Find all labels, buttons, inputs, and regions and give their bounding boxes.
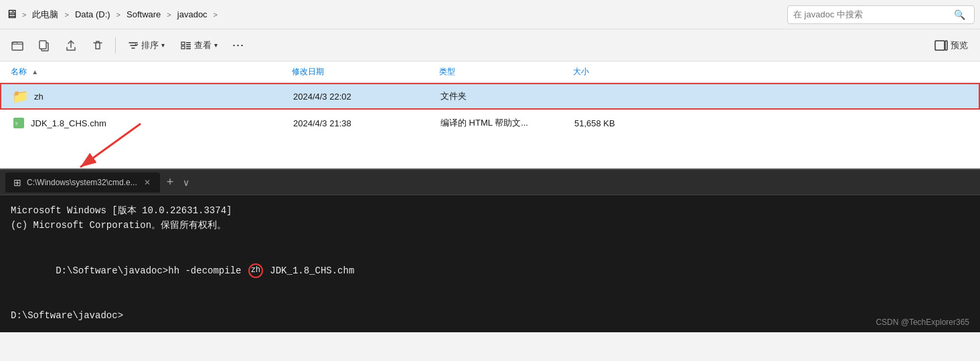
breadcrumb-javadoc[interactable]: javadoc [173, 7, 212, 21]
csdn-watermark: CSDN @TechExplorer365 [876, 318, 969, 327]
view-button[interactable]: 查看 ▾ [174, 36, 224, 55]
sort-arrow-icon: ▲ [31, 68, 38, 76]
file-type-zh: 文件夹 [440, 90, 574, 102]
terminal-tab-label: C:\Windows\system32\cmd.e... [27, 178, 137, 187]
col-header-name[interactable]: 名称 ▲ [11, 66, 292, 78]
col-header-date[interactable]: 修改日期 [292, 66, 439, 78]
toolbar: 排序 ▾ 查看 ▾ ··· 预览 [0, 29, 980, 62]
breadcrumb-software[interactable]: Software [122, 7, 165, 21]
svg-text:?: ? [15, 121, 18, 127]
file-name-text: JDK_1.8_CHS.chm [31, 118, 106, 128]
table-row[interactable]: ? JDK_1.8_CHS.chm 2024/4/3 21:38 编译的 HTM… [0, 110, 980, 136]
svg-rect-10 [945, 41, 947, 50]
svg-rect-5 [186, 44, 191, 45]
terminal-line-blank2 [11, 293, 969, 308]
svg-rect-7 [186, 46, 191, 47]
sort-button[interactable]: 排序 ▾ [121, 36, 171, 55]
preview-label: 预览 [951, 39, 968, 51]
col-header-type[interactable]: 类型 [439, 66, 573, 78]
add-tab-button[interactable]: + [161, 175, 179, 189]
breadcrumb-separator-4: > [213, 11, 218, 19]
folder-icon: 📁 [12, 88, 29, 104]
cmd-icon: ⊞ [13, 177, 21, 188]
sort-chevron-icon: ▾ [161, 41, 165, 49]
search-icon[interactable]: 🔍 [954, 9, 965, 20]
file-date-zh: 2024/4/3 22:02 [293, 92, 440, 102]
breadcrumb-separator-1: > [64, 11, 69, 19]
file-name-chm: ? JDK_1.8_CHS.chm [12, 116, 293, 130]
breadcrumb-separator-2: > [116, 11, 121, 19]
svg-rect-2 [39, 41, 46, 49]
file-type-chm: 编译的 HTML 帮助文... [440, 117, 574, 129]
file-date-chm: 2024/4/3 21:38 [293, 118, 440, 128]
terminal-dropdown-button[interactable]: ∨ [180, 177, 192, 188]
close-tab-button[interactable]: ✕ [143, 178, 152, 187]
terminal-line-1: Microsoft Windows [版本 10.0.22631.3374] [11, 203, 969, 218]
svg-rect-6 [181, 46, 185, 49]
breadcrumb-this-pc[interactable]: 此电脑 [28, 7, 62, 23]
table-row[interactable]: 📁 zh 2024/4/3 22:02 文件夹 [0, 83, 980, 110]
search-box[interactable]: 🔍 [787, 5, 975, 24]
zh-circle: zh [248, 263, 263, 278]
address-bar: 🖥 > 此电脑 > Data (D:) > Software > javadoc… [0, 0, 980, 29]
more-icon: ··· [232, 38, 244, 51]
terminal: ⊞ C:\Windows\system32\cmd.e... ✕ + ∨ Mic… [0, 168, 980, 332]
svg-rect-8 [186, 48, 191, 49]
more-options-button[interactable]: ··· [227, 35, 250, 55]
breadcrumb-data-d[interactable]: Data (D:) [71, 7, 114, 21]
view-chevron-icon: ▾ [214, 41, 218, 49]
terminal-body: Microsoft Windows [版本 10.0.22631.3374] (… [0, 195, 980, 331]
chm-icon: ? [12, 116, 25, 130]
delete-button[interactable] [86, 33, 110, 57]
file-name-text: zh [34, 92, 44, 102]
search-input[interactable] [793, 9, 954, 19]
copy-button[interactable] [32, 33, 56, 57]
breadcrumb-separator-3: > [166, 11, 171, 19]
monitor-icon: 🖥 [5, 7, 17, 21]
terminal-tab-bar: ⊞ C:\Windows\system32\cmd.e... ✕ + ∨ [0, 170, 980, 195]
terminal-prompt-2: D:\Software\javadoc> [11, 308, 969, 323]
svg-rect-4 [186, 42, 191, 43]
share-button[interactable] [59, 33, 83, 57]
breadcrumb: 🖥 > 此电脑 > Data (D:) > Software > javadoc… [5, 7, 787, 23]
column-headers: 名称 ▲ 修改日期 类型 大小 [0, 62, 980, 83]
breadcrumb-separator-0: > [21, 11, 27, 19]
terminal-prompt-1: D:\Software\javadoc>hh -decompile zh JDK… [11, 248, 969, 293]
file-size-chm: 51,658 KB [574, 118, 675, 128]
sort-label: 排序 [141, 39, 159, 51]
toolbar-divider [115, 37, 116, 53]
svg-rect-9 [935, 41, 945, 50]
file-area: 名称 ▲ 修改日期 类型 大小 📁 zh 2024/4/3 22:02 文件夹 [0, 62, 980, 168]
terminal-line-blank [11, 233, 969, 248]
terminal-line-2: (c) Microsoft Corporation。保留所有权利。 [11, 218, 969, 233]
col-header-size[interactable]: 大小 [573, 66, 673, 78]
view-label: 查看 [194, 39, 212, 51]
terminal-tab-cmd[interactable]: ⊞ C:\Windows\system32\cmd.e... ✕ [5, 172, 160, 193]
preview-button[interactable]: 预览 [928, 36, 975, 55]
svg-rect-3 [181, 42, 185, 45]
file-name-zh: 📁 zh [12, 88, 293, 104]
new-folder-button[interactable] [5, 33, 29, 57]
